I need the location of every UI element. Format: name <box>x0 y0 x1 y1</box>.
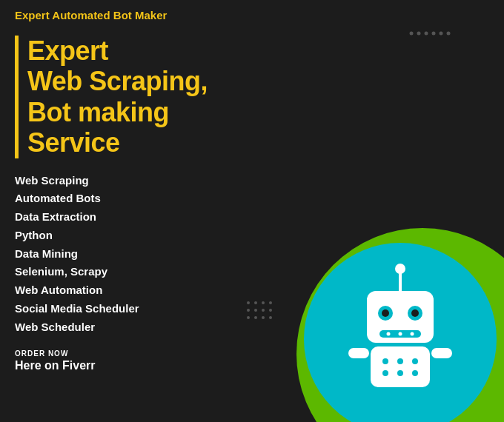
top-title: Expert Automated Bot Maker <box>15 9 167 21</box>
svg-point-46 <box>411 332 414 336</box>
service-item: Python <box>15 227 262 245</box>
service-item: Selenium, Scrapy <box>15 263 262 281</box>
service-item: Data Extraction <box>15 208 262 227</box>
heading-text: Expert Web Scraping, Bot making Service <box>27 36 262 158</box>
service-item: Web Automation <box>15 281 262 300</box>
svg-point-21 <box>432 32 436 36</box>
service-item: Social Media Scheduler <box>15 300 262 318</box>
top-bar: Expert Automated Bot Maker <box>0 0 504 30</box>
svg-point-49 <box>397 358 403 364</box>
svg-point-18 <box>410 32 414 36</box>
svg-point-52 <box>397 370 403 376</box>
svg-point-23 <box>447 32 451 36</box>
svg-point-19 <box>417 32 421 36</box>
svg-point-40 <box>382 309 389 317</box>
order-link[interactable]: Here on Fiverr <box>15 359 262 372</box>
svg-point-20 <box>425 32 428 36</box>
svg-point-44 <box>387 332 391 336</box>
svg-point-51 <box>382 370 388 376</box>
service-item: Automated Bots <box>15 190 262 208</box>
svg-point-45 <box>399 332 402 336</box>
svg-point-50 <box>412 358 418 364</box>
order-section: ORDER NOW Here on Fiverr <box>15 349 262 372</box>
svg-point-42 <box>411 309 419 317</box>
heading-block: Expert Web Scraping, Bot making Service <box>15 36 262 158</box>
svg-point-48 <box>382 358 388 364</box>
service-item: Web Scraping <box>15 172 262 190</box>
robot-illustration <box>326 250 489 413</box>
svg-rect-55 <box>431 348 452 358</box>
svg-point-22 <box>440 32 443 36</box>
svg-point-53 <box>412 370 418 376</box>
svg-rect-54 <box>348 348 369 358</box>
service-item: Data Mining <box>15 245 262 264</box>
right-side <box>277 30 504 421</box>
svg-point-37 <box>395 264 405 274</box>
left-side: Expert Web Scraping, Bot making Service … <box>0 30 277 421</box>
services-list: Web ScrapingAutomated BotsData Extractio… <box>15 172 262 337</box>
main-content: Expert Web Scraping, Bot making Service … <box>0 30 504 421</box>
svg-rect-47 <box>371 346 430 387</box>
main-container: Expert Automated Bot Maker Expert Web Sc… <box>0 0 504 422</box>
service-item: Web Scheduler <box>15 318 262 337</box>
order-label: ORDER NOW <box>15 349 262 358</box>
